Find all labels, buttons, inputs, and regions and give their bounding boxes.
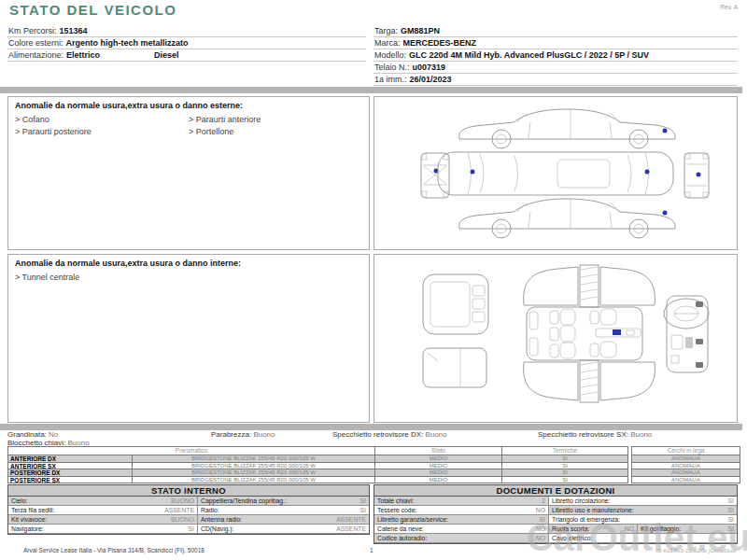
cerchi-value: ANOMALIA — [632, 469, 740, 477]
damage-marker — [697, 173, 701, 177]
page-title: STATO DEL VEICOLO — [9, 2, 176, 18]
value: ASSENTE — [164, 506, 194, 514]
value: SI — [360, 497, 366, 505]
column-header-termiche: Termiche — [502, 447, 628, 455]
tire-description: BRIDGESTONE BLIZZAK 255/45 R20 000/105 W — [133, 469, 375, 477]
label: Terza fila sedili: — [11, 506, 54, 514]
info-row-telaio: Telaio N.:u007319 — [374, 62, 738, 74]
cell: Antenna radio:ASSENTE — [198, 515, 369, 525]
car-front-view — [421, 153, 449, 198]
parabrezza-label: Parabrezza: — [211, 430, 251, 439]
table-row: POSTERIORE DX BRIDGESTONE BLIZZAK 255/45… — [8, 469, 628, 477]
alimentazione-value1: Elettrico — [66, 50, 100, 60]
tire-position: ANTERIORE SX — [8, 463, 133, 470]
table-row: ANTERIORE DX BRIDGESTONE BLIZZAK 255/45 … — [8, 455, 628, 463]
label: Cielo: — [11, 497, 27, 505]
table-row: ANOMALIA — [632, 463, 740, 470]
telaio-value: u007319 — [413, 63, 446, 72]
cerchi-value: ANOMALIA — [632, 477, 740, 484]
tire-position: ANTERIORE DX — [8, 455, 133, 463]
parabrezza-value: Buono — [253, 430, 275, 439]
cell: Libretto uso e manutenzione:SI — [549, 506, 737, 515]
damage-marker — [663, 211, 668, 216]
damage-marker — [471, 170, 475, 175]
label: Kit vivavoce: — [11, 515, 47, 524]
marca-value: MERCEDES-BENZ — [403, 38, 477, 48]
tire-termiche: SI — [502, 455, 628, 463]
cell: Cappelliera/Tendina copribag.:SI — [198, 497, 369, 506]
tire-description: BRIDGESTONE BLIZZAK 255/45 R20 000/105 W — [133, 477, 375, 484]
condition-summary-row: Grandinata: No Parabrezza: Buono Specchi… — [7, 430, 741, 446]
value: BUONO — [171, 497, 194, 505]
colore-label: Colore esterni: — [8, 38, 63, 48]
vehicle-info-right: Targa:GM881PN Marca:MERCEDES-BENZ Modell… — [374, 25, 738, 86]
tire-position: POSTERIORE SX — [8, 477, 133, 484]
km-label: Km Percorsi: — [8, 26, 57, 35]
table-row: POSTERIORE SX BRIDGESTONE BLIZZAK 255/45… — [8, 477, 628, 484]
anomalies-internal-box: Anomalie da normale usura,extra usura o … — [7, 254, 370, 423]
label: Radio: — [201, 506, 219, 514]
page-number: 1 — [370, 547, 374, 553]
cell: Terza fila sedili:ASSENTE — [8, 506, 198, 515]
dashboard-view — [664, 296, 709, 372]
value: NO — [536, 506, 545, 514]
table-row: Terza fila sedili:ASSENTE Radio:SI — [8, 506, 369, 515]
specchietto-dx-item: Specchietto retrovisore DX: Buono — [332, 430, 447, 439]
anomalies-external-col2: > Paraurti anteriore > Portellone — [189, 114, 362, 138]
anomalies-external-title: Anomalie da normale usura,extra usura o … — [15, 101, 362, 110]
table-row: Cielo:BUONO Cappelliera/Tendina copribag… — [8, 497, 369, 506]
label: Libretto garanzia/service: — [377, 515, 448, 524]
revision-label: Rev. A — [720, 4, 738, 10]
label: Cappelliera/Tendina copribag.: — [201, 497, 287, 505]
value: SI — [728, 497, 734, 505]
label: Totale chiavi: — [377, 497, 414, 505]
specchietto-sx-value: Buono — [630, 430, 652, 439]
separator-band-top — [0, 87, 742, 93]
cerchi-value: ANOMALIA — [632, 455, 740, 463]
targa-label: Targa: — [374, 26, 398, 35]
cell: Libretto circolazione:SI — [549, 497, 737, 506]
cell: Cielo:BUONO — [8, 497, 198, 506]
targa-value: GM881PN — [401, 26, 440, 35]
list-item: > Tunnel centrale — [15, 272, 189, 284]
tire-table: Pneumatico Stato Termiche ANTERIORE DX B… — [7, 446, 628, 483]
cerchi-value: ANOMALIA — [632, 463, 740, 470]
list-item: > Cofano — [15, 114, 189, 126]
label: Navigatore: — [11, 525, 44, 533]
car-side-view-top — [459, 109, 675, 148]
column-header-stato: Stato — [375, 447, 502, 455]
stato-interno-title: STATO INTERNO — [8, 485, 369, 497]
alimentazione-value2: Diesel — [154, 50, 179, 60]
specchietto-sx-item: Specchietto retrovisore SX: Buono — [538, 430, 652, 439]
value: BUONO — [171, 515, 194, 524]
alimentazione-label: Alimentazione: — [8, 50, 63, 60]
grandinata-value: No — [49, 430, 58, 439]
label: Catene da neve: — [377, 525, 424, 533]
table-row: Navigatore:SI CD(Navig.):ASSENTE — [8, 525, 369, 534]
cell: Tessere code:NO — [374, 506, 549, 515]
cell: Codice autoradio:NO — [374, 534, 549, 543]
specchietto-dx-value: Buono — [426, 430, 447, 439]
tire-termiche: SI — [502, 463, 628, 470]
tire-termiche: SI — [502, 477, 628, 484]
parabrezza-item: Parabrezza: Buono — [211, 430, 275, 439]
anomalies-external-col1: > Cofano > Paraurti posteriore — [15, 114, 189, 138]
cell: Libretto garanzia/service:SI — [374, 515, 549, 525]
tire-stato: MEDIO — [375, 463, 502, 470]
trunk-view — [423, 348, 486, 387]
colore-value: Argento high-tech metallizzato — [66, 38, 189, 48]
anomalies-internal-col1: > Tunnel centrale — [15, 272, 189, 284]
cabin-seats-view — [524, 265, 655, 402]
anomalies-external-list: > Cofano > Paraurti posteriore > Paraurt… — [15, 114, 362, 138]
tire-description: BRIDGESTONE BLIZZAK 255/45 R20 000/105 W — [133, 455, 375, 463]
damage-marker — [613, 329, 621, 335]
headliner-view — [423, 274, 488, 334]
label: CD(Navig.): — [201, 525, 234, 533]
info-row-km: Km Percorsi:151364 — [7, 25, 366, 37]
modello-label: Modello: — [374, 50, 406, 60]
label: Tessere code: — [377, 506, 416, 514]
km-value: 151364 — [60, 26, 88, 35]
cell: Totale chiavi:2 — [374, 497, 549, 506]
car-interior-diagram — [374, 255, 737, 421]
interior-diagram-box — [374, 254, 738, 423]
